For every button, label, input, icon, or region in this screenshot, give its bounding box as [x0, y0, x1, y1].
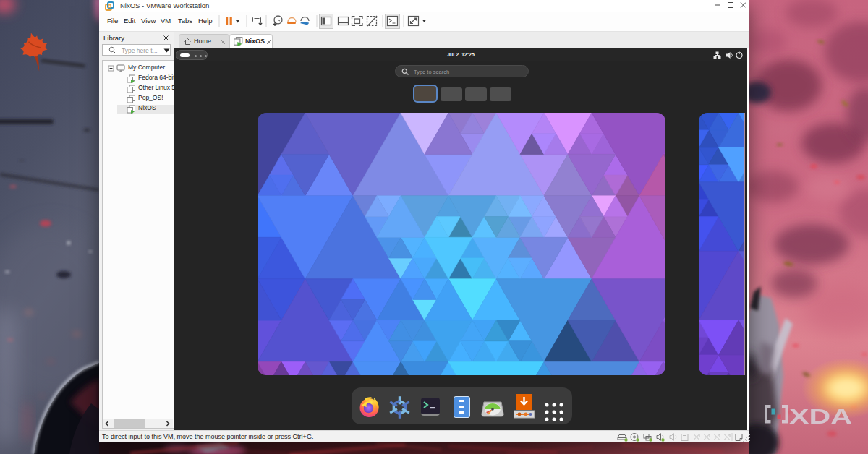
svg-text:XDA: XDA: [789, 404, 852, 428]
